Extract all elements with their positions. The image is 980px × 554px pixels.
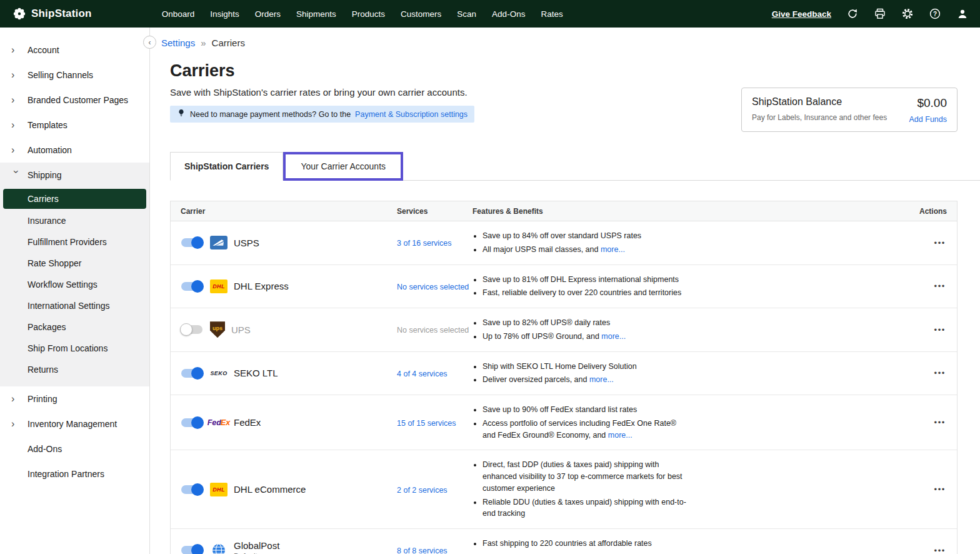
refresh-icon[interactable] <box>846 8 859 20</box>
sidebar-item-returns[interactable]: Returns <box>0 359 149 380</box>
sidebar-item-account[interactable]: ›Account <box>0 38 149 63</box>
sidebar-item-carriers[interactable]: Carriers <box>3 189 146 209</box>
carrier-row-dhl-ecommerce: DHLDHL eCommerce2 of 2 servicesDirect, f… <box>171 450 957 529</box>
services-cell: 3 of 16 services <box>397 237 472 248</box>
payment-settings-link[interactable]: Payment & Subscription settings <box>355 110 468 119</box>
sidebar-item-selling-channels[interactable]: ›Selling Channels <box>0 63 149 88</box>
sidebar-collapse-button[interactable]: ‹ <box>143 36 156 49</box>
balance-left: ShipStation Balance Pay for Labels, Insu… <box>752 96 887 124</box>
nav-item-products[interactable]: Products <box>352 9 385 19</box>
feature-text: Fast shipping to 220 countries at afford… <box>482 539 652 548</box>
services-link-dhl-ecommerce[interactable]: 2 of 2 services <box>397 486 448 495</box>
row-actions-button-globalpost[interactable]: ••• <box>933 543 947 554</box>
sidebar-item-inventory-management[interactable]: ›Inventory Management <box>0 411 149 436</box>
carrier-toggle-fedex[interactable] <box>181 418 202 427</box>
chevron-right-icon: › <box>11 45 28 55</box>
carrier-toggle-globalpost[interactable] <box>181 546 202 554</box>
more-link[interactable]: more... <box>589 375 614 384</box>
services-link-fedex[interactable]: 15 of 15 services <box>397 419 456 428</box>
sidebar-item-integration-partners[interactable]: ›Integration Partners <box>0 461 149 486</box>
nav-item-add-ons[interactable]: Add-Ons <box>492 9 525 19</box>
nav-item-rates[interactable]: Rates <box>541 9 562 19</box>
carrier-name-wrap: DHL Express <box>234 281 289 291</box>
carrier-toggle-seko-ltl[interactable] <box>181 369 202 378</box>
add-funds-link[interactable]: Add Funds <box>909 115 947 124</box>
sidebar-item-packages[interactable]: Packages <box>0 316 149 338</box>
feature-bullet: Up to 78% off UPS® Ground, and more... <box>482 331 691 343</box>
gear-icon[interactable] <box>901 8 914 20</box>
sidebar-item-printing[interactable]: ›Printing <box>0 386 149 411</box>
user-icon[interactable] <box>956 8 969 20</box>
ellipsis-icon: ••• <box>934 325 946 335</box>
sidebar-item-automation[interactable]: ›Automation <box>0 138 149 163</box>
sidebar-item-label: Rate Shopper <box>28 258 81 268</box>
tab-your-carrier-accounts[interactable]: Your Carrier Accounts <box>286 154 401 178</box>
sidebar-item-rate-shopper[interactable]: Rate Shopper <box>0 253 149 274</box>
carrier-cell: FedExFedEx <box>171 416 397 430</box>
sidebar-item-label: Workflow Settings <box>28 280 98 290</box>
sidebar-item-shipping[interactable]: ›Shipping <box>0 163 149 188</box>
feature-text: Direct, fast DDP (duties & taxes paid) s… <box>482 460 682 493</box>
payment-hint-text: Need to manage payment methods? Go to th… <box>190 110 351 119</box>
nav-item-insights[interactable]: Insights <box>210 9 239 19</box>
nav-item-customers[interactable]: Customers <box>401 9 441 19</box>
print-icon[interactable] <box>874 8 886 20</box>
actions-cell: ••• <box>904 279 957 293</box>
row-actions-button-ups[interactable]: ••• <box>933 323 947 337</box>
nav-item-scan[interactable]: Scan <box>457 9 476 19</box>
breadcrumb-settings[interactable]: Settings <box>161 38 195 48</box>
carrier-name-wrap: DHL eCommerce <box>234 484 306 495</box>
more-link[interactable]: more... <box>608 431 632 440</box>
more-link[interactable]: more... <box>601 245 625 254</box>
carrier-toggle-usps[interactable] <box>181 238 202 247</box>
carrier-toggle-dhl-ecommerce[interactable] <box>181 485 202 494</box>
sidebar-item-fulfillment-providers[interactable]: Fulfillment Providers <box>0 231 149 253</box>
feature-text: Save up to 82% off UPS® daily rates <box>482 318 610 327</box>
feature-bullets: Save up to 81% off DHL Express internati… <box>472 274 691 300</box>
sidebar-item-add-ons[interactable]: ›Add-Ons <box>0 436 149 461</box>
sidebar-item-branded-customer-pages[interactable]: ›Branded Customer Pages <box>0 88 149 113</box>
shipstation-logo[interactable]: ShipStation <box>12 7 92 21</box>
give-feedback-link[interactable]: Give Feedback <box>772 9 831 19</box>
nav-item-orders[interactable]: Orders <box>255 9 281 19</box>
sidebar-item-insurance[interactable]: Insurance <box>0 210 149 231</box>
column-header-features: Features & Benefits <box>472 207 904 216</box>
lightbulb-icon <box>177 109 186 119</box>
nav-item-onboard[interactable]: Onboard <box>162 9 195 19</box>
carrier-row-ups: upsUPSNo services selectedSave up to 82%… <box>171 308 957 352</box>
sidebar-item-international-settings[interactable]: International Settings <box>0 295 149 316</box>
row-actions-button-seko-ltl[interactable]: ••• <box>933 366 947 380</box>
features-cell: Save up to 82% off UPS® daily ratesUp to… <box>472 315 904 345</box>
tab-shipstation-carriers[interactable]: ShipStation Carriers <box>170 152 283 181</box>
carrier-name-wrap: USPS <box>234 238 259 248</box>
row-actions-button-usps[interactable]: ••• <box>933 236 947 250</box>
help-icon[interactable]: ? <box>929 8 941 20</box>
services-link-globalpost[interactable]: 8 of 8 services <box>397 546 448 554</box>
row-actions-button-dhl-express[interactable]: ••• <box>933 279 947 293</box>
services-link-dhl-express[interactable]: No services selected <box>397 283 469 291</box>
row-actions-button-dhl-ecommerce[interactable]: ••• <box>933 482 947 496</box>
services-link-seko-ltl[interactable]: 4 of 4 services <box>397 370 448 378</box>
row-actions-button-fedex[interactable]: ••• <box>933 415 947 430</box>
carrier-cell: DHLDHL Express <box>171 280 397 293</box>
carrier-name-wrap: UPS <box>231 325 251 335</box>
more-link[interactable]: more... <box>601 332 626 341</box>
toggle-knob <box>191 236 204 249</box>
carrier-toggle-ups[interactable] <box>181 325 202 334</box>
feature-text: Ship with SEKO LTL Home Delivery Solutio… <box>482 362 637 371</box>
services-link-usps[interactable]: 3 of 16 services <box>397 239 452 248</box>
ellipsis-icon: ••• <box>934 418 946 427</box>
sidebar-item-workflow-settings[interactable]: Workflow Settings <box>0 274 149 295</box>
shipstation-gear-icon <box>12 7 26 21</box>
carrier-toggle-dhl-express[interactable] <box>181 282 202 291</box>
features-cell: Direct, fast DDP (duties & taxes paid) s… <box>472 457 904 521</box>
feature-bullet: Access portfolio of services including F… <box>482 418 691 441</box>
feature-bullet: Direct, fast DDP (duties & taxes paid) s… <box>482 459 691 494</box>
sidebar-item-templates[interactable]: ›Templates <box>0 113 149 138</box>
sidebar-item-ship-from-locations[interactable]: Ship From Locations <box>0 338 149 359</box>
nav-item-shipments[interactable]: Shipments <box>296 9 336 19</box>
feature-text: Save up to 81% off DHL Express internati… <box>482 275 679 284</box>
ellipsis-icon: ••• <box>934 281 946 291</box>
carrier-name: DHL Express <box>234 281 289 291</box>
actions-cell: ••• <box>904 543 957 554</box>
